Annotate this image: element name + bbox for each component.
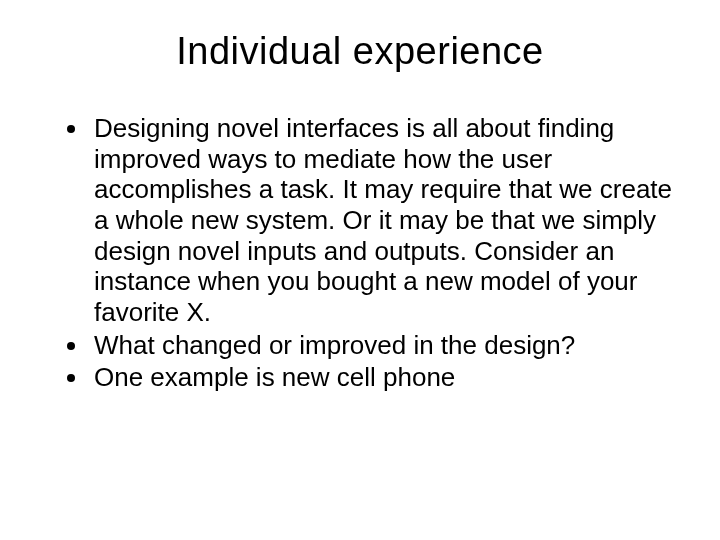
slide: Individual experience Designing novel in… bbox=[0, 0, 720, 540]
slide-title: Individual experience bbox=[40, 30, 680, 73]
bullet-list: Designing novel interfaces is all about … bbox=[40, 113, 680, 393]
list-item: Designing novel interfaces is all about … bbox=[90, 113, 680, 328]
list-item: One example is new cell phone bbox=[90, 362, 680, 393]
list-item: What changed or improved in the design? bbox=[90, 330, 680, 361]
